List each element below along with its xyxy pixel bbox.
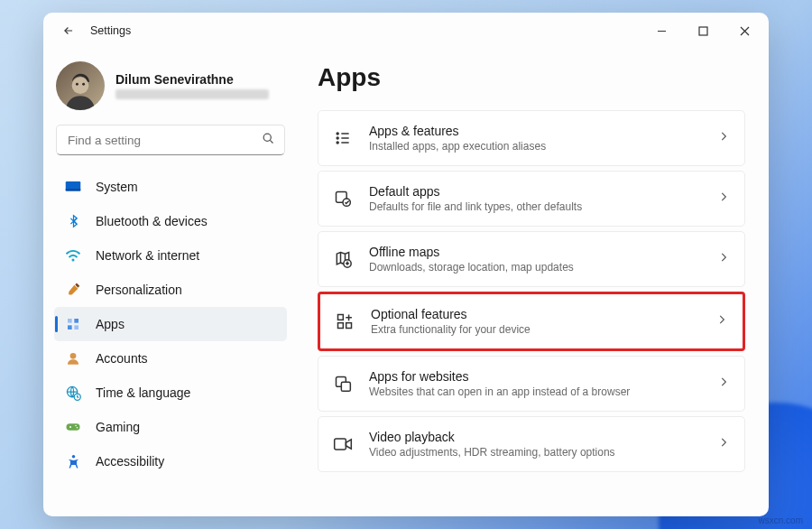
card-title: Optional features (371, 307, 715, 321)
window-title: Settings (90, 24, 131, 37)
nav-item-label: Gaming (96, 420, 140, 434)
svg-point-21 (337, 133, 338, 135)
chevron-right-icon (715, 313, 728, 329)
close-button[interactable] (724, 14, 765, 47)
svg-point-19 (77, 427, 78, 429)
page-title: Apps (318, 63, 745, 92)
titlebar: Settings (43, 13, 769, 49)
display-icon (63, 177, 83, 197)
nav-item-apps[interactable]: Apps (54, 307, 287, 341)
card-subtitle: Defaults for file and link types, other … (369, 200, 717, 213)
svg-point-22 (337, 137, 338, 139)
svg-point-1 (72, 77, 89, 94)
svg-rect-10 (74, 319, 78, 323)
svg-rect-28 (338, 323, 344, 329)
chevron-right-icon (717, 436, 730, 452)
svg-rect-9 (68, 319, 72, 323)
nav-item-bluetooth[interactable]: Bluetooth & devices (54, 204, 287, 238)
svg-rect-11 (68, 325, 72, 329)
svg-rect-6 (66, 189, 81, 190)
person-icon (63, 348, 83, 368)
nav-item-network[interactable]: Network & internet (54, 238, 287, 273)
optional-features-icon (335, 311, 355, 331)
card-offline-maps[interactable]: Offline maps Downloads, storage location… (318, 231, 745, 287)
svg-rect-31 (341, 382, 350, 391)
card-subtitle: Video adjustments, HDR streaming, batter… (369, 446, 717, 459)
nav-item-label: Personalization (96, 283, 182, 297)
bluetooth-icon (63, 211, 83, 231)
card-subtitle: Downloads, storage location, map updates (369, 261, 717, 274)
wifi-icon (63, 246, 83, 265)
nav-item-system[interactable]: System (54, 170, 287, 204)
svg-point-13 (70, 353, 77, 359)
main: Apps Apps & features Installed apps, app… (298, 49, 769, 516)
card-title: Offline maps (369, 245, 717, 259)
globe-clock-icon (63, 383, 83, 403)
profile[interactable]: Dilum Senevirathne (56, 61, 289, 110)
svg-point-20 (71, 455, 75, 459)
nav-item-label: Time & language (96, 385, 190, 400)
search-box[interactable] (56, 125, 285, 155)
svg-rect-32 (335, 439, 346, 450)
profile-email-masked (115, 89, 269, 99)
watermark: wsxcn.com (759, 515, 803, 525)
card-subtitle: Installed apps, app execution aliases (369, 140, 717, 153)
back-button[interactable] (52, 14, 85, 47)
nav: System Bluetooth & devices Network & int… (52, 170, 289, 478)
nav-item-time[interactable]: Time & language (54, 376, 287, 410)
nav-item-personalization[interactable]: Personalization (54, 273, 287, 307)
card-title: Default apps (369, 184, 717, 199)
card-subtitle: Extra functionality for your device (371, 323, 715, 336)
svg-point-17 (69, 426, 71, 428)
apps-icon (63, 314, 83, 334)
card-default-apps[interactable]: Default apps Defaults for file and link … (318, 171, 745, 227)
accessibility-icon (63, 451, 83, 471)
nav-item-label: Accessibility (96, 454, 164, 469)
nav-item-label: Bluetooth & devices (96, 214, 208, 228)
nav-item-label: Accounts (96, 351, 148, 366)
nav-item-accessibility[interactable]: Accessibility (54, 444, 287, 478)
map-download-icon (333, 249, 353, 269)
svg-rect-27 (338, 315, 344, 320)
nav-item-gaming[interactable]: Gaming (54, 410, 287, 444)
search-icon (262, 132, 275, 149)
svg-point-4 (263, 134, 271, 141)
card-optional-features[interactable]: Optional features Extra functionality fo… (318, 292, 745, 351)
default-app-icon (333, 189, 353, 209)
svg-rect-29 (346, 323, 352, 329)
svg-rect-12 (74, 325, 78, 329)
maximize-button[interactable] (682, 14, 724, 47)
cards-list: Apps & features Installed apps, app exec… (318, 110, 745, 472)
settings-window: Settings Dilum (43, 13, 769, 516)
card-video-playback[interactable]: Video playback Video adjustments, HDR st… (318, 416, 745, 472)
card-title: Apps for websites (369, 369, 717, 384)
card-apps-features[interactable]: Apps & features Installed apps, app exec… (318, 110, 745, 166)
svg-point-18 (75, 425, 77, 427)
profile-name: Dilum Senevirathne (115, 72, 269, 87)
chevron-right-icon (717, 376, 730, 392)
card-title: Apps & features (369, 124, 717, 138)
brush-icon (63, 280, 83, 300)
sidebar: Dilum Senevirathne System Bluetooth & de… (43, 49, 298, 516)
card-apps-for-websites[interactable]: Apps for websites Websites that can open… (318, 356, 745, 412)
svg-point-7 (72, 258, 75, 261)
nav-item-label: Network & internet (96, 248, 199, 263)
nav-item-label: Apps (96, 317, 125, 331)
chevron-right-icon (717, 130, 730, 146)
video-icon (333, 434, 353, 454)
app-website-icon (333, 374, 353, 394)
card-subtitle: Websites that can open in an app instead… (369, 385, 717, 398)
minimize-button[interactable] (641, 14, 682, 47)
svg-rect-0 (699, 27, 707, 35)
list-icon (333, 128, 353, 148)
avatar (56, 61, 105, 110)
nav-item-accounts[interactable]: Accounts (54, 341, 287, 376)
chevron-right-icon (717, 190, 730, 207)
svg-point-23 (337, 142, 338, 144)
search-input[interactable] (66, 133, 262, 148)
svg-rect-16 (67, 423, 80, 431)
svg-point-3 (82, 83, 85, 86)
card-title: Video playback (369, 430, 717, 444)
chevron-right-icon (717, 251, 730, 267)
gamepad-icon (63, 417, 83, 437)
